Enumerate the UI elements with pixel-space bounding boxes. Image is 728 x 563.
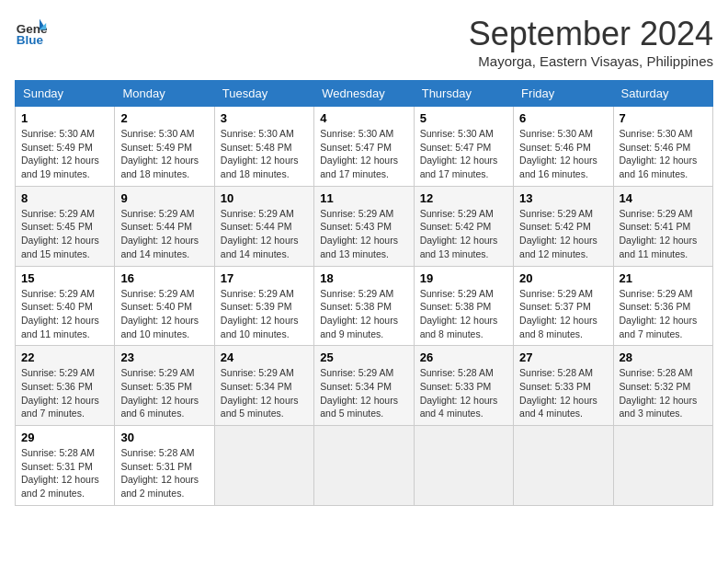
day-detail: Sunrise: 5:30 AMSunset: 5:49 PMDaylight:… — [120, 128, 199, 179]
day-detail: Sunrise: 5:29 AMSunset: 5:35 PMDaylight:… — [120, 367, 199, 419]
table-row: 22 Sunrise: 5:29 AMSunset: 5:36 PMDaylig… — [16, 346, 115, 426]
day-number: 15 — [21, 271, 108, 285]
day-detail: Sunrise: 5:29 AMSunset: 5:39 PMDaylight:… — [221, 288, 299, 339]
table-row: 29 Sunrise: 5:28 AMSunset: 5:31 PMDaylig… — [16, 426, 115, 506]
day-number: 29 — [21, 431, 108, 444]
month-year-title: September 2024 — [469, 15, 713, 53]
table-row: 5 Sunrise: 5:30 AMSunset: 5:47 PMDayligh… — [414, 107, 513, 187]
logo: General Blue — [15, 15, 48, 48]
day-number: 14 — [620, 191, 707, 205]
day-number: 30 — [120, 431, 208, 444]
day-number: 11 — [320, 191, 407, 205]
day-detail: Sunrise: 5:28 AMSunset: 5:32 PMDaylight:… — [620, 367, 698, 419]
day-number: 21 — [620, 271, 707, 285]
day-detail: Sunrise: 5:29 AMSunset: 5:44 PMDaylight:… — [221, 208, 299, 259]
table-row: 4 Sunrise: 5:30 AMSunset: 5:47 PMDayligh… — [314, 107, 414, 187]
day-detail: Sunrise: 5:29 AMSunset: 5:42 PMDaylight:… — [519, 208, 597, 259]
day-detail: Sunrise: 5:29 AMSunset: 5:44 PMDaylight:… — [120, 208, 199, 259]
day-number: 22 — [21, 350, 108, 364]
table-row: 11 Sunrise: 5:29 AMSunset: 5:43 PMDaylig… — [314, 186, 414, 266]
table-row: 19 Sunrise: 5:29 AMSunset: 5:38 PMDaylig… — [414, 266, 513, 346]
day-number: 19 — [420, 271, 507, 285]
table-row: 1 Sunrise: 5:30 AMSunset: 5:49 PMDayligh… — [16, 107, 115, 187]
header-monday: Monday — [115, 81, 214, 107]
calendar-week-row: 29 Sunrise: 5:28 AMSunset: 5:31 PMDaylig… — [16, 426, 713, 506]
table-row: 13 Sunrise: 5:29 AMSunset: 5:42 PMDaylig… — [514, 186, 613, 266]
day-number: 26 — [420, 350, 507, 364]
table-row — [613, 426, 712, 506]
day-detail: Sunrise: 5:30 AMSunset: 5:46 PMDaylight:… — [519, 128, 597, 179]
table-row: 23 Sunrise: 5:29 AMSunset: 5:35 PMDaylig… — [115, 346, 214, 426]
day-number: 10 — [221, 191, 308, 205]
day-number: 23 — [120, 350, 208, 364]
table-row — [414, 426, 513, 506]
day-number: 28 — [620, 350, 707, 364]
calendar-table: Sunday Monday Tuesday Wednesday Thursday… — [15, 80, 713, 506]
header-tuesday: Tuesday — [214, 81, 313, 107]
day-detail: Sunrise: 5:30 AMSunset: 5:49 PMDaylight:… — [21, 128, 99, 179]
day-number: 13 — [519, 191, 607, 205]
calendar-week-row: 8 Sunrise: 5:29 AMSunset: 5:45 PMDayligh… — [16, 186, 713, 266]
day-detail: Sunrise: 5:29 AMSunset: 5:34 PMDaylight:… — [320, 367, 398, 419]
day-number: 18 — [320, 271, 407, 285]
table-row: 27 Sunrise: 5:28 AMSunset: 5:33 PMDaylig… — [514, 346, 613, 426]
table-row: 25 Sunrise: 5:29 AMSunset: 5:34 PMDaylig… — [314, 346, 414, 426]
header-thursday: Thursday — [414, 81, 513, 107]
calendar-week-row: 22 Sunrise: 5:29 AMSunset: 5:36 PMDaylig… — [16, 346, 713, 426]
table-row: 9 Sunrise: 5:29 AMSunset: 5:44 PMDayligh… — [115, 186, 214, 266]
table-row: 8 Sunrise: 5:29 AMSunset: 5:45 PMDayligh… — [16, 186, 115, 266]
day-detail: Sunrise: 5:30 AMSunset: 5:46 PMDaylight:… — [620, 128, 698, 179]
header-sunday: Sunday — [16, 81, 115, 107]
table-row: 12 Sunrise: 5:29 AMSunset: 5:42 PMDaylig… — [414, 186, 513, 266]
table-row: 18 Sunrise: 5:29 AMSunset: 5:38 PMDaylig… — [314, 266, 414, 346]
table-row — [214, 426, 313, 506]
svg-text:Blue: Blue — [17, 33, 44, 47]
header-saturday: Saturday — [613, 81, 712, 107]
day-detail: Sunrise: 5:30 AMSunset: 5:47 PMDaylight:… — [420, 128, 498, 179]
day-number: 25 — [320, 350, 407, 364]
calendar-week-row: 15 Sunrise: 5:29 AMSunset: 5:40 PMDaylig… — [16, 266, 713, 346]
logo-icon: General Blue — [15, 15, 48, 48]
calendar-week-row: 1 Sunrise: 5:30 AMSunset: 5:49 PMDayligh… — [16, 107, 713, 187]
table-row: 21 Sunrise: 5:29 AMSunset: 5:36 PMDaylig… — [613, 266, 712, 346]
day-number: 7 — [620, 111, 707, 125]
day-number: 20 — [519, 271, 607, 285]
day-detail: Sunrise: 5:29 AMSunset: 5:38 PMDaylight:… — [320, 288, 398, 339]
table-row: 20 Sunrise: 5:29 AMSunset: 5:37 PMDaylig… — [514, 266, 613, 346]
day-number: 24 — [221, 350, 308, 364]
day-detail: Sunrise: 5:29 AMSunset: 5:40 PMDaylight:… — [120, 288, 199, 339]
table-row: 7 Sunrise: 5:30 AMSunset: 5:46 PMDayligh… — [613, 107, 712, 187]
day-number: 16 — [120, 271, 208, 285]
table-row: 10 Sunrise: 5:29 AMSunset: 5:44 PMDaylig… — [214, 186, 313, 266]
day-number: 2 — [120, 111, 208, 125]
page-header: General Blue September 2024 Mayorga, Eas… — [15, 15, 713, 69]
day-detail: Sunrise: 5:29 AMSunset: 5:42 PMDaylight:… — [420, 208, 498, 259]
table-row — [314, 426, 414, 506]
day-number: 4 — [320, 111, 407, 125]
table-row: 14 Sunrise: 5:29 AMSunset: 5:41 PMDaylig… — [613, 186, 712, 266]
table-row: 17 Sunrise: 5:29 AMSunset: 5:39 PMDaylig… — [214, 266, 313, 346]
table-row: 28 Sunrise: 5:28 AMSunset: 5:32 PMDaylig… — [613, 346, 712, 426]
day-number: 9 — [120, 191, 208, 205]
day-number: 6 — [519, 111, 607, 125]
day-detail: Sunrise: 5:29 AMSunset: 5:36 PMDaylight:… — [620, 288, 698, 339]
day-detail: Sunrise: 5:28 AMSunset: 5:33 PMDaylight:… — [420, 367, 498, 419]
day-detail: Sunrise: 5:28 AMSunset: 5:33 PMDaylight:… — [519, 367, 597, 419]
table-row: 16 Sunrise: 5:29 AMSunset: 5:40 PMDaylig… — [115, 266, 214, 346]
header-friday: Friday — [514, 81, 613, 107]
day-detail: Sunrise: 5:29 AMSunset: 5:45 PMDaylight:… — [21, 208, 99, 259]
table-row: 3 Sunrise: 5:30 AMSunset: 5:48 PMDayligh… — [214, 107, 313, 187]
day-number: 3 — [221, 111, 308, 125]
day-number: 27 — [519, 350, 607, 364]
day-number: 5 — [420, 111, 507, 125]
table-row — [514, 426, 613, 506]
day-detail: Sunrise: 5:29 AMSunset: 5:36 PMDaylight:… — [21, 367, 99, 419]
table-row: 2 Sunrise: 5:30 AMSunset: 5:49 PMDayligh… — [115, 107, 214, 187]
day-detail: Sunrise: 5:30 AMSunset: 5:47 PMDaylight:… — [320, 128, 398, 179]
calendar-header-row: Sunday Monday Tuesday Wednesday Thursday… — [16, 81, 713, 107]
table-row: 30 Sunrise: 5:28 AMSunset: 5:31 PMDaylig… — [115, 426, 214, 506]
day-detail: Sunrise: 5:29 AMSunset: 5:37 PMDaylight:… — [519, 288, 597, 339]
day-detail: Sunrise: 5:29 AMSunset: 5:34 PMDaylight:… — [221, 367, 299, 419]
table-row: 6 Sunrise: 5:30 AMSunset: 5:46 PMDayligh… — [514, 107, 613, 187]
header-wednesday: Wednesday — [314, 81, 414, 107]
